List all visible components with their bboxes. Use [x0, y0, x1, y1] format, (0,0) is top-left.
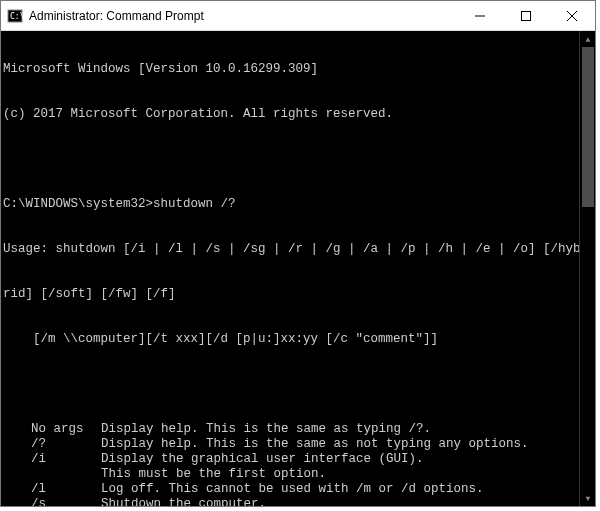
copyright-line: (c) 2017 Microsoft Corporation. All righ…: [3, 107, 593, 122]
minimize-button[interactable]: [457, 1, 503, 30]
blank: [3, 377, 593, 392]
option-row: /?Display help. This is the same as not …: [3, 437, 593, 452]
command-prompt-window: C:\ Administrator: Command Prompt Micros…: [0, 0, 596, 507]
prompt-line: C:\WINDOWS\system32>shutdown /?: [3, 197, 593, 212]
option-key: /s: [3, 497, 101, 506]
minimize-icon: [475, 11, 485, 21]
option-row: /lLog off. This cannot be used with /m o…: [3, 482, 593, 497]
window-title: Administrator: Command Prompt: [29, 9, 457, 23]
titlebar[interactable]: C:\ Administrator: Command Prompt: [1, 1, 595, 31]
maximize-icon: [521, 11, 531, 21]
blank: [3, 152, 593, 167]
option-key: No args: [3, 422, 101, 437]
option-key: /?: [3, 437, 101, 452]
option-desc: Display the graphical user interface (GU…: [101, 452, 593, 467]
cmd-icon: C:\: [7, 8, 23, 24]
usage-line-1: Usage: shutdown [/i | /l | /s | /sg | /r…: [3, 242, 593, 257]
terminal-area[interactable]: Microsoft Windows [Version 10.0.16299.30…: [1, 31, 595, 506]
command-text: shutdown /?: [153, 197, 236, 211]
prompt-text: C:\WINDOWS\system32>: [3, 197, 153, 211]
option-desc: Shutdown the computer.: [101, 497, 593, 506]
close-icon: [567, 11, 577, 21]
version-line: Microsoft Windows [Version 10.0.16299.30…: [3, 62, 593, 77]
close-button[interactable]: [549, 1, 595, 30]
option-row: /sShutdown the computer.: [3, 497, 593, 506]
vertical-scrollbar[interactable]: ▲ ▼: [579, 31, 595, 506]
scroll-down-button[interactable]: ▼: [580, 490, 595, 506]
option-desc: Display help. This is the same as typing…: [101, 422, 593, 437]
scroll-thumb[interactable]: [582, 47, 594, 207]
option-key: /i: [3, 452, 101, 467]
usage-line-2: rid] [/soft] [/fw] [/f]: [3, 287, 593, 302]
maximize-button[interactable]: [503, 1, 549, 30]
option-desc: Display help. This is the same as not ty…: [101, 437, 593, 452]
svg-text:C:\: C:\: [10, 12, 23, 21]
options-list: No argsDisplay help. This is the same as…: [3, 422, 593, 506]
option-desc: Log off. This cannot be used with /m or …: [101, 482, 593, 497]
option-row: /iDisplay the graphical user interface (…: [3, 452, 593, 467]
option-desc-cont: This must be the first option.: [3, 467, 593, 482]
window-controls: [457, 1, 595, 30]
option-key: /l: [3, 482, 101, 497]
svg-rect-3: [522, 11, 531, 20]
usage-line-3: [/m \\computer][/t xxx][/d [p|u:]xx:yy […: [3, 332, 593, 347]
option-row: No argsDisplay help. This is the same as…: [3, 422, 593, 437]
scroll-up-button[interactable]: ▲: [580, 31, 595, 47]
